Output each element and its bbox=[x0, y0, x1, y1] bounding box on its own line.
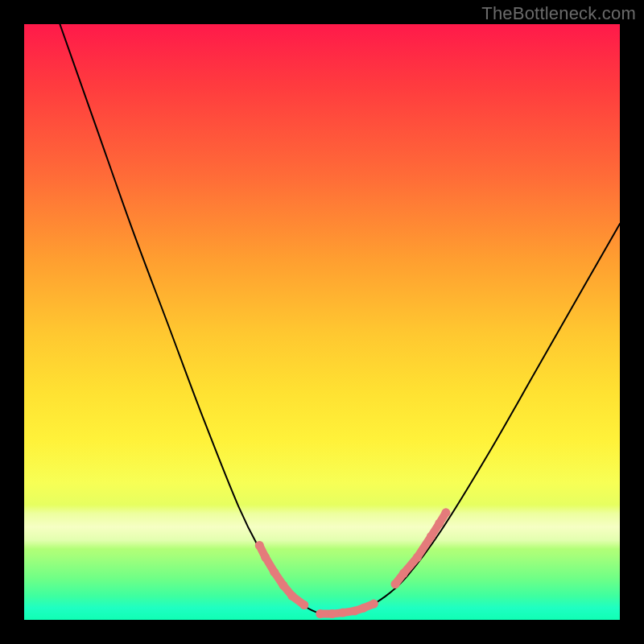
curve-right bbox=[328, 224, 620, 614]
watermark-text: TheBottleneck.com bbox=[481, 3, 636, 24]
curve-left bbox=[60, 24, 328, 614]
marker-bottom-dot-5 bbox=[369, 600, 378, 609]
marker-layer bbox=[255, 508, 451, 618]
marker-left-dot-5 bbox=[299, 601, 308, 609]
plot-area bbox=[24, 24, 620, 620]
marker-right-dot-5 bbox=[441, 508, 450, 517]
curve-svg bbox=[24, 24, 620, 620]
chart-frame: TheBottleneck.com bbox=[0, 0, 644, 644]
